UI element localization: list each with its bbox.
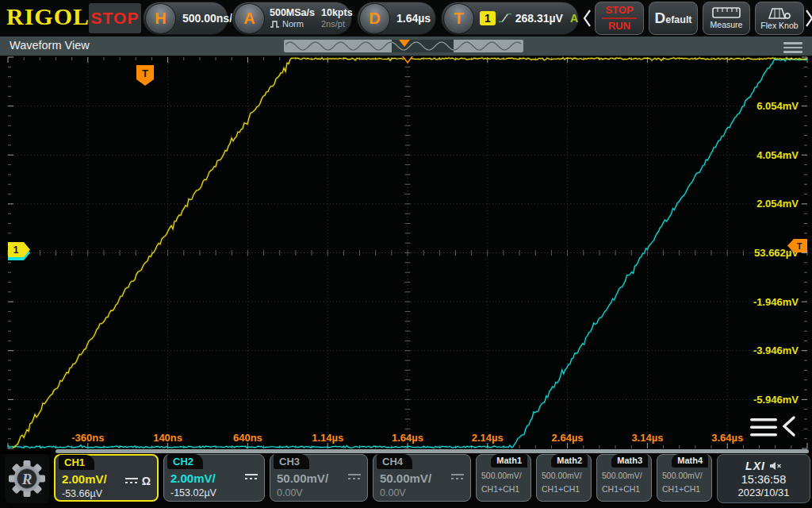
menu-icon[interactable]	[783, 42, 802, 53]
toolbar-scroll-left-icon[interactable]	[583, 8, 592, 29]
svg-text:R: R	[21, 471, 33, 487]
trigger-group[interactable]: T 1 268.31µV A	[441, 2, 579, 35]
math2-expression: CH1+CH1	[542, 484, 580, 494]
time-axis-label: 640ns	[233, 432, 262, 444]
ch4-scale: 50.00mV/	[380, 471, 431, 485]
channel-box-ch2[interactable]: CH2 2.00mV/ -153.02µV	[163, 454, 265, 502]
top-toolbar: RIGOL STOP H 500.00ns/ A 500MSa/s Norm 1…	[0, 0, 812, 37]
svg-text:T: T	[797, 241, 802, 251]
measure-label: Measure	[710, 20, 743, 29]
ch2-scale: 2.00mV/	[170, 471, 216, 485]
trigger-knob[interactable]: T	[443, 3, 474, 34]
time-axis-label: 1.64µs	[392, 432, 423, 444]
voltage-axis-label: -1.946mV	[753, 296, 799, 308]
delay-group[interactable]: D 1.64µs	[357, 2, 436, 35]
record-overview-strip[interactable]	[284, 38, 530, 54]
horizontal-scale-value: 500.00ns/	[182, 12, 232, 25]
math2-label: Math2	[551, 454, 588, 468]
voltage-axis-label: 2.054mV	[756, 198, 799, 210]
ch1-scale: 2.00mV/	[62, 472, 107, 486]
time-axis-label: 3.64µs	[711, 432, 743, 444]
math4-scale: 500.00mV/	[662, 471, 703, 480]
ch2-label: CH2	[167, 454, 203, 469]
svg-text:1: 1	[13, 244, 19, 256]
ch2-offset: -153.02µV	[170, 487, 216, 498]
default-button[interactable]: Default	[649, 2, 698, 35]
voltage-axis-label: 6.054mV	[756, 100, 799, 112]
ch3-scale: 50.00mV/	[277, 471, 328, 485]
channel-status-bar: R CH1 2.00mV/ Ω -53.66µV CH2 2.00mV/ -15…	[0, 454, 812, 508]
voltage-axis-label: 4.054mV	[756, 149, 799, 161]
ch4-offset: 0.00V	[380, 487, 406, 498]
math3-scale: 500.00mV/	[602, 471, 642, 480]
horizontal-knob[interactable]: H	[145, 3, 176, 34]
run-label: RUN	[608, 20, 630, 33]
rigol-gear-button[interactable]: R	[5, 454, 49, 503]
dc-coupling-icon	[245, 474, 258, 481]
voltage-axis-label: -5.946mV	[753, 394, 799, 406]
delay-knob[interactable]: D	[359, 3, 390, 34]
voltage-axis-label: -3.946mV	[753, 344, 799, 356]
trigger-source-badge: 1	[480, 11, 496, 25]
ch4-label: CH4	[377, 454, 412, 469]
time-axis-label: 1.14µs	[312, 432, 343, 444]
gear-logo-icon: R	[8, 460, 46, 498]
waveform-view-title: Waveform View	[10, 39, 90, 52]
stop-run-divider	[602, 17, 637, 19]
acquisition-status: STOP	[89, 3, 141, 33]
rigol-logo: RIGOL	[6, 3, 90, 30]
sample-rate: 500MSa/s	[270, 7, 315, 18]
toolbar-scroll-right-icon[interactable]	[805, 8, 812, 29]
flex-knob-label: Flex Knob	[760, 21, 798, 30]
dc-coupling-icon	[125, 478, 138, 485]
dc-coupling-icon	[451, 474, 464, 481]
dc-coupling-icon	[348, 474, 361, 481]
ruler-icon	[712, 7, 741, 18]
ch3-label: CH3	[274, 454, 309, 469]
channel-box-ch4[interactable]: CH4 50.00mV/ 0.00V	[373, 454, 471, 502]
time-axis-label: 3.14µs	[631, 432, 663, 444]
lxi-label: LXI	[745, 460, 765, 472]
clock-date: 2023/10/31	[737, 487, 789, 498]
acquire-group[interactable]: A 500MSa/s Norm 10kpts 2ns/pt	[232, 2, 352, 35]
flex-knob-button[interactable]: Flex Knob	[755, 2, 804, 35]
delay-value: 1.64µs	[396, 12, 431, 25]
math1-scale: 500.00mV/	[481, 471, 522, 480]
math3-box[interactable]: Math3 500.00mV/ CH1+CH1	[596, 454, 652, 502]
math2-box[interactable]: Math2 500.00mV/ CH1+CH1	[536, 454, 592, 502]
time-axis-label: 140ns	[153, 432, 182, 444]
waveform-display[interactable]: -360ns140ns640ns1.14µs1.64µs2.14µs2.64µs…	[0, 0, 812, 508]
time-axis-label: 2.14µs	[472, 432, 504, 444]
default-label: Default	[654, 10, 691, 27]
math4-box[interactable]: Math4 500.00mV/ CH1+CH1	[657, 454, 712, 502]
time-axis-label: 2.64µs	[552, 432, 584, 444]
acquire-mode: Norm	[282, 19, 304, 29]
math3-label: Math3	[611, 454, 648, 468]
ch1-label: CH1	[59, 455, 94, 470]
channel-box-ch3[interactable]: CH3 50.00mV/ 0.00V	[270, 454, 368, 502]
ch3-offset: 0.00V	[277, 487, 303, 498]
flex-knob-icon	[767, 7, 792, 19]
trigger-sweep-mode: A	[570, 12, 578, 25]
waveform-view-titlebar: Waveform View	[0, 37, 812, 56]
bottom-separator	[56, 449, 809, 453]
measure-button[interactable]: Measure	[703, 2, 750, 35]
math4-label: Math4	[672, 454, 708, 468]
math4-expression: CH1+CH1	[662, 484, 700, 494]
stop-run-button[interactable]: STOP RUN	[595, 2, 644, 35]
svg-text:T: T	[142, 67, 148, 79]
math1-label: Math1	[491, 454, 527, 468]
acquire-knob[interactable]: A	[234, 3, 265, 34]
impedance-label: Ω	[142, 475, 151, 487]
math2-scale: 500.00mV/	[542, 471, 582, 480]
time-axis-label: -360ns	[71, 432, 104, 444]
system-status-box[interactable]: LXI 15:36:58 2023/10/31	[717, 454, 810, 503]
horizontal-scale-group[interactable]: H 500.00ns/	[143, 2, 228, 35]
math1-box[interactable]: Math1 500.00mV/ CH1+CH1	[476, 454, 531, 502]
sample-resolution: 2ns/pt	[321, 19, 353, 29]
clock-time: 15:36:58	[741, 473, 786, 486]
math3-expression: CH1+CH1	[602, 484, 640, 494]
channel-box-ch1[interactable]: CH1 2.00mV/ Ω -53.66µV	[54, 454, 159, 502]
ch1-offset: -53.66µV	[62, 488, 102, 499]
rising-edge-icon	[498, 11, 512, 25]
